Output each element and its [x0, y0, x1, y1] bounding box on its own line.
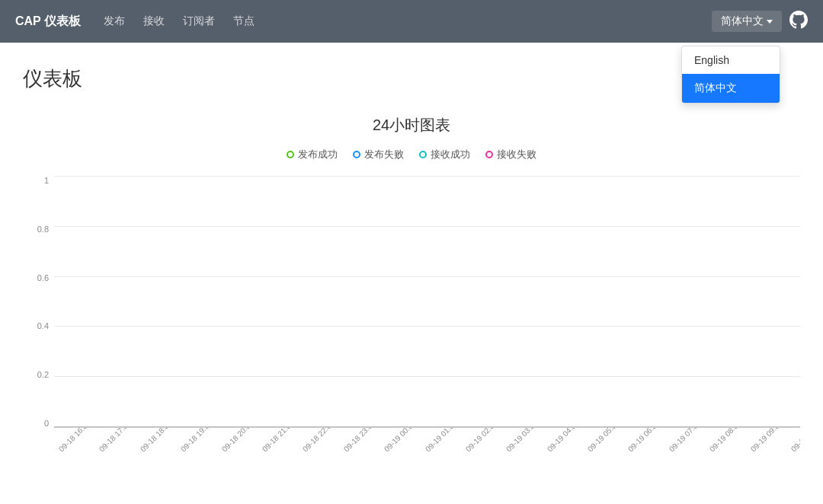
- x-label: 09-19 03:00: [504, 428, 540, 453]
- navbar-brand: CAP 仪表板: [15, 14, 81, 30]
- legend-item: 发布失败: [353, 148, 404, 161]
- x-label: 09-18 16:00: [57, 428, 92, 453]
- navbar-link[interactable]: 订阅者: [183, 14, 215, 28]
- y-label: 0.4: [37, 322, 49, 330]
- legend-label: 发布成功: [298, 148, 338, 161]
- x-label: 09-18 18:00: [139, 428, 174, 453]
- grid-line: [54, 376, 800, 377]
- main-content: 仪表板 24小时图表 发布成功发布失败接收成功接收失败 00.20.40.60.…: [0, 43, 823, 466]
- navbar-link[interactable]: 发布: [104, 14, 125, 28]
- legend-dot: [419, 151, 427, 158]
- x-label: 09-18 19:00: [179, 428, 214, 453]
- dropdown-item[interactable]: English: [682, 46, 780, 74]
- navbar-right: 简体中文 English简体中文: [712, 11, 808, 32]
- y-label: 0: [44, 419, 49, 428]
- x-label: 09-19 05:00: [586, 428, 621, 453]
- x-label: 09-19 06:00: [626, 428, 661, 453]
- caret-icon: [767, 20, 773, 24]
- chart-section: 24小时图表 发布成功发布失败接收成功接收失败 00.20.40.60.81 0…: [23, 115, 800, 466]
- grid-line: [54, 276, 800, 277]
- x-label: 09-18 21:00: [261, 428, 296, 453]
- lang-label: 简体中文: [721, 14, 764, 28]
- lang-dropdown-button[interactable]: 简体中文: [712, 11, 782, 32]
- x-label: 09-19 08:00: [708, 428, 743, 453]
- y-axis: 00.20.40.60.81: [23, 177, 53, 428]
- github-icon[interactable]: [789, 11, 808, 32]
- dropdown-item[interactable]: 简体中文: [682, 74, 780, 103]
- legend-item: 发布成功: [287, 148, 338, 161]
- x-label: 09-19 09:00: [749, 428, 784, 453]
- chart-legend: 发布成功发布失败接收成功接收失败: [23, 148, 800, 161]
- x-label: 09-19 02:00: [464, 428, 499, 453]
- x-label: 09-18 22:00: [301, 428, 336, 453]
- y-label: 1: [44, 177, 49, 185]
- x-labels-inner: 09-18 16:0009-18 17:0009-18 18:0009-18 1…: [53, 428, 800, 466]
- navbar-links: 发布接收订阅者节点: [104, 14, 712, 28]
- x-label: 09-18 20:00: [220, 428, 255, 453]
- legend-label: 发布失败: [364, 148, 404, 161]
- x-axis: 09-18 16:0009-18 17:0009-18 18:0009-18 1…: [53, 428, 800, 466]
- x-label: 09-18 23:00: [342, 428, 377, 453]
- legend-dot: [353, 151, 360, 158]
- chart-title: 24小时图表: [23, 115, 800, 136]
- legend-dot: [485, 151, 493, 158]
- legend-dot: [287, 151, 294, 158]
- grid-line: [54, 226, 800, 227]
- x-label: 09-19 10:00: [789, 428, 800, 453]
- grid-line-bottom: [54, 426, 800, 427]
- y-label: 0.8: [37, 225, 49, 234]
- y-label: 0.2: [37, 371, 49, 379]
- x-label: 09-19 01:00: [424, 428, 459, 453]
- legend-label: 接收成功: [431, 148, 470, 161]
- y-label: 0.6: [37, 274, 49, 282]
- legend-item: 接收失败: [485, 148, 536, 161]
- navbar-link[interactable]: 节点: [233, 14, 255, 28]
- navbar-link[interactable]: 接收: [143, 14, 165, 28]
- grid-line: [54, 326, 800, 327]
- chart-plot: [53, 177, 800, 428]
- lang-dropdown-menu: English简体中文: [681, 46, 780, 104]
- legend-label: 接收失败: [497, 148, 536, 161]
- x-label: 09-19 07:00: [668, 428, 703, 453]
- x-label: 09-19 04:00: [546, 428, 581, 453]
- x-label: 09-18 17:00: [98, 428, 133, 453]
- chart-container: 00.20.40.60.81 09-18 16:0009-18 17:0009-…: [23, 177, 800, 466]
- legend-item: 接收成功: [419, 148, 470, 161]
- grid-line: [54, 176, 800, 177]
- x-label: 09-19 00:00: [383, 428, 418, 453]
- navbar: CAP 仪表板 发布接收订阅者节点 简体中文 English简体中文: [0, 0, 823, 43]
